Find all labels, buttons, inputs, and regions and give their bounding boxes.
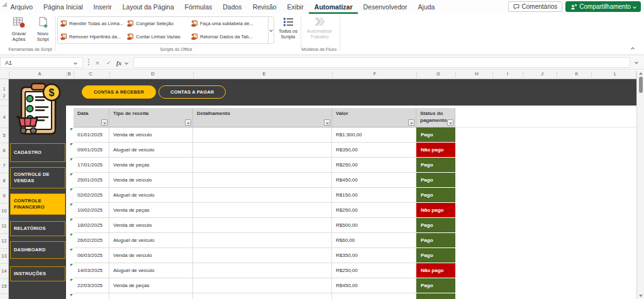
cell-date[interactable]: 06/03/2025 [74,248,109,263]
tab-contas-a-pagar[interactable]: CONTAS A PAGAR [158,85,226,99]
cell-date[interactable]: 01/01/2025 [74,128,109,143]
cell-detail[interactable] [193,278,332,293]
cell-type[interactable]: Venda de veículo [109,218,193,233]
menu-tab-dados[interactable]: Dados [218,0,247,14]
row-header-2[interactable]: 2 [0,94,8,98]
cell-type[interactable]: Venda de peças [109,278,193,293]
column-header-j[interactable]: J [541,71,543,77]
row-header-4[interactable]: 4 [0,114,8,120]
status-badge[interactable]: Pago [416,188,455,203]
filter-button-tipo-de-receita[interactable] [185,119,191,126]
name-box[interactable]: A1 [0,57,83,68]
cell-detail[interactable] [193,188,332,203]
cell-date[interactable] [74,293,109,299]
cell-detail[interactable] [193,143,332,158]
column-header-g[interactable]: G [436,71,440,77]
gallery-more-button[interactable] [268,17,274,43]
status-badge[interactable]: Não pago [416,263,455,278]
cell-value[interactable]: R$350,00 [332,248,416,263]
cell-detail[interactable] [193,203,332,218]
script-item-congelar-selecao[interactable]: Congelar Seleção [127,20,191,27]
script-item-retornar-dados-da-tab[interactable]: Retornar Dados da Tab... [191,33,268,40]
record-actions-button[interactable]: Gravar Ações [7,16,31,43]
sidebar-item-relatorios[interactable]: RELATÓRIOS [10,221,65,236]
new-script-button[interactable]: Novo Script [31,16,55,43]
row-header-10[interactable]: 10 [0,208,8,214]
script-item-reexibir-todas-as-linha[interactable]: Reexibir Todas as Linha... [60,20,127,27]
column-header-c[interactable]: C [89,71,92,77]
collapse-ribbon-button[interactable] [631,47,635,51]
cell-type[interactable]: Aluguel de veículo [109,233,193,248]
row-header-15[interactable]: 15 [0,283,8,289]
formula-input[interactable] [133,57,630,68]
column-filter-header-valor[interactable]: Valor [332,108,416,128]
menu-tab-exibir[interactable]: Exibir [282,0,309,14]
cell-type[interactable]: Venda de veículo [109,128,193,143]
row-header-8[interactable]: 8 [0,178,8,183]
cell-value[interactable]: R$450,00 [332,173,416,188]
cell-date[interactable]: 22/03/2025 [74,278,109,293]
cell-value[interactable] [332,293,416,299]
sidebar-item-controle-financeiro[interactable]: CONTROLE FINANCEIRO [10,193,65,215]
row-header-5[interactable]: 5 [0,133,8,138]
menu-tab-automatizar[interactable]: Automatizar [309,0,358,14]
cell-date[interactable]: 10/02/2025 [74,203,109,218]
row-header-7[interactable]: 7 [0,163,8,168]
row-header-11[interactable]: 11 [0,223,8,229]
cell-value[interactable]: R$250,00 [332,158,416,173]
scroll-down-arrow[interactable] [639,295,643,297]
menu-tab-inserir[interactable]: Inserir [88,0,117,14]
menu-tab-desenvolvedor[interactable]: Desenvolvedor [358,0,413,14]
cell-date[interactable]: 02/02/2025 [74,188,109,203]
script-item-faca-uma-subtabela-de[interactable]: Faça uma subtabela de... [191,20,268,27]
column-filter-header-tipo-de-receita[interactable]: Tipo de receita [109,108,193,128]
status-badge[interactable]: Não pago [416,203,455,218]
cell-detail[interactable] [193,173,332,188]
cell-date[interactable]: 26/02/2025 [74,233,109,248]
cell-detail[interactable] [193,293,332,299]
cell-type[interactable]: Venda de veículo [109,173,193,188]
all-scripts-button[interactable]: Todos os Scripts [277,17,299,40]
row-header-6[interactable]: 6 [0,148,8,153]
cell-value[interactable]: R$250,00 [332,203,416,218]
expand-formula-bar-button[interactable] [635,60,638,64]
status-badge[interactable]: Pago [416,233,455,248]
filter-button-valor[interactable] [408,119,414,126]
cell-date[interactable]: 14/03/2025 [74,263,109,278]
sidebar-item-controle-de-vendas[interactable]: CONTROLE DE VENDAS [10,167,65,188]
tab-contas-a-receber[interactable]: CONTAS A RECEBER [82,85,156,99]
menu-tab-revisao[interactable]: Revisão [247,0,282,14]
cell-type[interactable]: Venda de peças [109,158,193,173]
column-header-e[interactable]: E [262,71,265,77]
sidebar-item-cadastro[interactable]: CADASTRO [10,143,65,162]
cell-detail[interactable] [193,128,332,143]
cell-type[interactable]: Aluguel de veículo [109,263,193,278]
scroll-up-arrow[interactable] [639,72,643,75]
cell-detail[interactable] [193,218,332,233]
comments-button[interactable]: Comentários [508,1,563,12]
menu-tab-layout-da-pagina[interactable]: Layout da Página [117,0,179,14]
insert-function-button[interactable]: fx [116,56,121,70]
cell-detail[interactable] [193,263,332,278]
cell-value[interactable]: R$350,00 [332,143,416,158]
status-badge[interactable]: Pago [416,218,455,233]
cell-type[interactable] [109,293,193,299]
cell-detail[interactable] [193,158,332,173]
column-headers[interactable]: ABCDEFGHIJKL [0,70,636,79]
status-badge[interactable]: Não pago [416,143,455,158]
status-badge[interactable]: Pago [416,158,455,173]
confirm-entry-icon[interactable]: ✓ [106,56,111,70]
column-filter-header-data[interactable]: Data [74,108,109,128]
column-header-b[interactable]: B [67,71,70,77]
cell-date[interactable]: 09/01/2025 [74,143,109,158]
menu-tab-arquivo[interactable]: Arquivo [5,0,38,14]
column-header-k[interactable]: K [575,71,578,77]
column-header-d[interactable]: D [151,71,154,77]
cell-value[interactable]: R$60,00 [332,233,416,248]
script-item-remover-hiperlinks-da[interactable]: Remover Hiperlinks da... [60,33,127,40]
column-header-l[interactable]: L [614,71,616,77]
cell-detail[interactable] [193,233,332,248]
row-header-1[interactable]: 1 [0,87,8,91]
cell-date[interactable]: 17/01/2025 [74,158,109,173]
column-filter-header-detalhamento[interactable]: Detalhamento [193,108,332,128]
